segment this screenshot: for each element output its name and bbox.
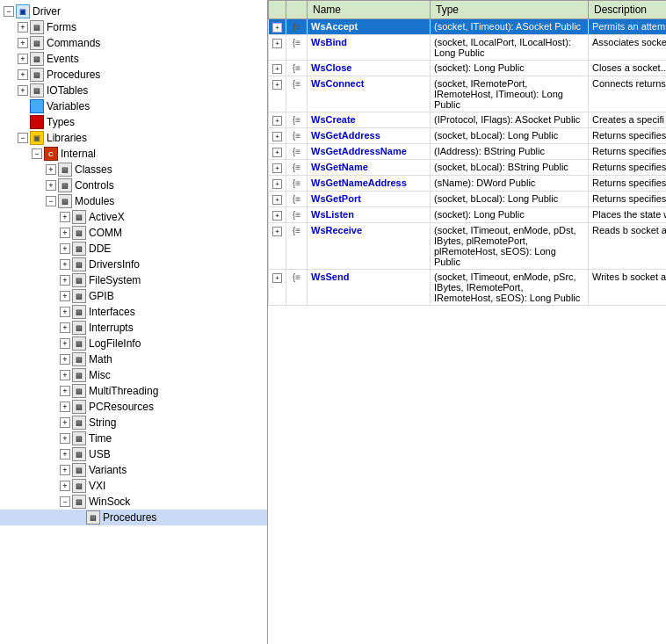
row-expand-btn[interactable]: + [272,80,282,90]
row-expand-btn[interactable]: + [272,64,282,74]
tree-item-libraries[interactable]: −▣Libraries [0,130,267,146]
tree-item-commands[interactable]: +▤Commands [0,35,267,51]
table-row[interactable]: +{≡WsCreate(IProtocol, IFlags): ASocket … [269,112,667,128]
expand-btn-comm[interactable]: + [60,228,70,238]
table-row[interactable]: +{≡WsAccept(socket, ITimeout): ASocket P… [269,19,667,35]
expand-btn-controls[interactable]: + [46,180,56,191]
row-expand-btn[interactable]: + [272,179,282,189]
expand-btn-interfaces[interactable]: + [60,307,70,317]
tree-item-filesystem[interactable]: +▤FileSystem [0,272,267,288]
tree-item-comm[interactable]: +▤COMM [0,225,267,241]
tree-item-logfileinfo[interactable]: +▤LogFileInfo [0,336,267,351]
expand-btn-filesystem[interactable]: + [60,275,70,286]
tree-item-types[interactable]: Types [0,114,267,130]
tree-item-driver[interactable]: −▣Driver [0,4,267,19]
tree-item-usb[interactable]: +▤USB [0,446,267,462]
table-row[interactable]: +{≡WsClose(socket): Long PublicCloses a … [269,61,667,76]
tree-item-dde[interactable]: +▤DDE [0,241,267,257]
expand-btn-winsock[interactable]: − [60,496,70,507]
tree-item-winsock[interactable]: −▤WinSock [0,494,267,510]
tree-item-modules[interactable]: −▤Modules [0,193,267,209]
table-row[interactable]: +{≡WsReceive(socket, ITimeout, enMode, p… [269,223,667,270]
expand-btn-iotables[interactable]: + [18,85,28,96]
tree-item-forms[interactable]: +▤Forms [0,19,267,35]
row-expand-btn[interactable]: + [272,273,282,283]
expand-btn-pcresources[interactable]: + [60,402,70,412]
expand-btn-internal[interactable]: − [32,148,42,159]
expand-btn-modules[interactable]: − [46,196,56,206]
row-expand-btn[interactable]: + [272,163,282,173]
expand-btn-driver[interactable]: − [4,6,14,17]
table-row[interactable]: +{≡WsBind(socket, ILocalPort, ILocalHost… [269,35,667,61]
col-type-header[interactable]: Type [431,1,589,19]
row-expand-btn[interactable]: + [272,195,282,205]
expand-btn-string[interactable]: + [60,417,70,428]
col-name-header[interactable]: Name [308,1,431,19]
row-expand-btn[interactable]: + [272,227,282,236]
expand-btn-forms[interactable]: + [18,22,28,33]
tree-item-math[interactable]: +▤Math [0,351,267,367]
tree-item-interrupts[interactable]: +▤Interrupts [0,320,267,336]
tree-label-internal: Internal [61,148,96,160]
expand-btn-variants[interactable]: + [60,465,70,475]
tree-item-time[interactable]: +▤Time [0,431,267,446]
expand-btn-logfileinfo[interactable]: + [60,338,70,349]
tree-item-driversinfo[interactable]: +▤DriversInfo [0,257,267,272]
expand-btn-gpib[interactable]: + [60,291,70,301]
table-row[interactable]: +{≡WsGetAddress(socket, bLocal): Long Pu… [269,128,667,144]
expand-btn-commands[interactable]: + [18,38,28,48]
expand-btn-math[interactable]: + [60,354,70,365]
tree-item-events[interactable]: +▤Events [0,51,267,67]
row-expand-btn[interactable]: + [272,132,282,141]
table-row[interactable]: +{≡WsListen(socket): Long PublicPlaces t… [269,207,667,223]
row-expand-cell: + [269,192,286,207]
row-expand-btn[interactable]: + [272,148,282,157]
tree-icon-activex: ▤ [72,210,86,224]
expand-btn-usb[interactable]: + [60,449,70,459]
expand-btn-time[interactable]: + [60,433,70,444]
expand-btn-multithreading[interactable]: + [60,386,70,396]
expand-btn-libraries[interactable]: − [18,133,28,143]
expand-btn-events[interactable]: + [18,54,28,64]
row-expand-btn[interactable]: + [272,23,282,33]
expand-btn-driversinfo[interactable]: + [60,259,70,270]
tree-item-vxi[interactable]: +▤VXI [0,478,267,494]
tree-item-iotables[interactable]: +▤IOTables [0,83,267,98]
tree-item-gpib[interactable]: +▤GPIB [0,288,267,304]
table-row[interactable]: +{≡WsConnect(socket, IRemotePort, IRemot… [269,76,667,112]
tree-item-activex[interactable]: +▤ActiveX [0,209,267,225]
row-expand-btn[interactable]: + [272,39,282,48]
tree-item-procedures[interactable]: +▤Procedures [0,67,267,83]
expand-btn-interrupts[interactable]: + [60,322,70,333]
table-row[interactable]: +{≡WsGetNameAddress(sName): DWord Public… [269,176,667,192]
expand-btn-classes[interactable]: + [46,164,56,175]
tree-item-variables[interactable]: Variables [0,98,267,114]
row-expand-btn[interactable]: + [272,116,282,126]
row-expand-btn[interactable]: + [272,211,282,221]
tree-panel[interactable]: −▣Driver+▤Forms+▤Commands+▤Events+▤Proce… [0,0,268,644]
table-row[interactable]: +{≡WsGetName(socket, bLocal): BString Pu… [269,160,667,176]
expand-btn-dde[interactable]: + [60,243,70,254]
col-desc-header[interactable]: Description [589,1,667,19]
expand-btn-misc[interactable]: + [60,370,70,380]
tree-item-controls[interactable]: +▤Controls [0,177,267,193]
expand-btn-procedures[interactable]: + [18,69,28,80]
tree-item-winsock-procedures[interactable]: ▤Procedures [0,510,267,525]
tree-item-interfaces[interactable]: +▤Interfaces [0,304,267,320]
table-row[interactable]: +{≡WsGetPort(socket, bLocal): Long Publi… [269,192,667,207]
tree-item-classes[interactable]: +▤Classes [0,162,267,177]
tree-item-pcresources[interactable]: +▤PCResources [0,399,267,415]
table-header-row: Name Type Description [269,1,667,19]
tree-label-usb: USB [89,448,111,460]
expand-btn-vxi[interactable]: + [60,481,70,491]
expand-btn-activex[interactable]: + [60,212,70,222]
tree-item-misc[interactable]: +▤Misc [0,367,267,383]
tree-item-string[interactable]: +▤String [0,415,267,431]
procedures-table: Name Type Description +{≡WsAccept(socket… [268,0,666,306]
tree-item-variants[interactable]: +▤Variants [0,462,267,478]
table-row[interactable]: +{≡WsGetAddressName(IAddress): BString P… [269,144,667,160]
tree-item-internal[interactable]: −CInternal [0,146,267,162]
tree-item-multithreading[interactable]: +▤MultiThreading [0,383,267,399]
table-row[interactable]: +{≡WsSend(socket, ITimeout, enMode, pSrc… [269,270,667,306]
tree-icon-driversinfo: ▤ [72,257,86,271]
